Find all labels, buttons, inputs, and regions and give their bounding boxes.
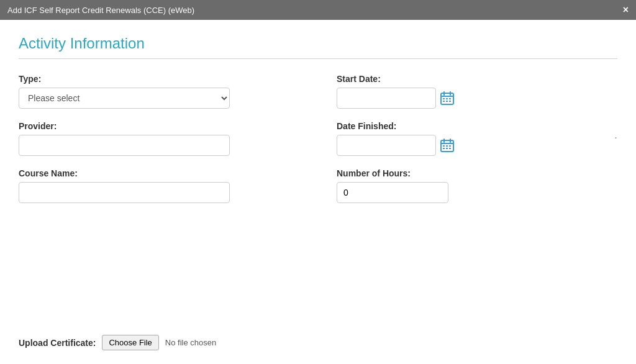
provider-label: Provider: (19, 121, 299, 131)
svg-rect-17 (443, 148, 445, 149)
svg-rect-4 (443, 98, 445, 99)
form-right: Start Date: (324, 74, 617, 216)
form-left: Type: Please select Provider: Course Nam… (19, 74, 324, 216)
course-name-group: Course Name: (19, 168, 299, 203)
start-date-calendar-icon[interactable] (440, 91, 455, 106)
svg-rect-15 (446, 145, 448, 147)
page-title: Activity Information (19, 35, 617, 52)
form-layout: Type: Please select Provider: Course Nam… (19, 74, 617, 216)
upload-label: Upload Certificate: (19, 338, 96, 348)
date-finished-group: Date Finished: (337, 121, 617, 156)
svg-rect-8 (446, 101, 448, 102)
date-finished-label: Date Finished: (337, 121, 617, 131)
main-content: Activity Information Type: Please select… (0, 20, 636, 363)
date-finished-input[interactable] (337, 135, 436, 156)
start-date-group: Start Date: (337, 74, 617, 109)
svg-rect-16 (449, 145, 451, 147)
date-finished-calendar-icon[interactable] (440, 138, 455, 153)
start-date-input[interactable] (337, 88, 436, 109)
dot-indicator: . (614, 129, 617, 142)
no-file-text: No file chosen (165, 338, 216, 347)
provider-group: Provider: (19, 121, 299, 156)
svg-rect-6 (449, 98, 451, 99)
close-button[interactable]: × (623, 5, 629, 15)
type-group: Type: Please select (19, 74, 299, 109)
svg-rect-5 (446, 98, 448, 99)
date-finished-wrapper (337, 135, 617, 156)
svg-rect-19 (449, 148, 451, 149)
svg-rect-7 (443, 101, 445, 102)
svg-rect-14 (443, 145, 445, 147)
svg-rect-9 (449, 101, 451, 102)
start-date-wrapper (337, 88, 617, 109)
divider (19, 58, 617, 59)
type-label: Type: (19, 74, 299, 84)
number-of-hours-label: Number of Hours: (337, 168, 617, 178)
course-name-input[interactable] (19, 182, 230, 203)
number-of-hours-group: Number of Hours: (337, 168, 617, 203)
course-name-label: Course Name: (19, 168, 299, 178)
choose-file-button[interactable]: Choose File (102, 335, 158, 350)
title-bar-text: Add ICF Self Report Credit Renewals (CCE… (7, 6, 194, 15)
number-of-hours-input[interactable] (337, 182, 448, 203)
type-select[interactable]: Please select (19, 88, 230, 109)
title-bar: Add ICF Self Report Credit Renewals (CCE… (0, 0, 636, 20)
provider-input[interactable] (19, 135, 230, 156)
svg-rect-18 (446, 148, 448, 149)
upload-section: Upload Certificate: Choose File No file … (19, 335, 216, 350)
start-date-label: Start Date: (337, 74, 617, 84)
